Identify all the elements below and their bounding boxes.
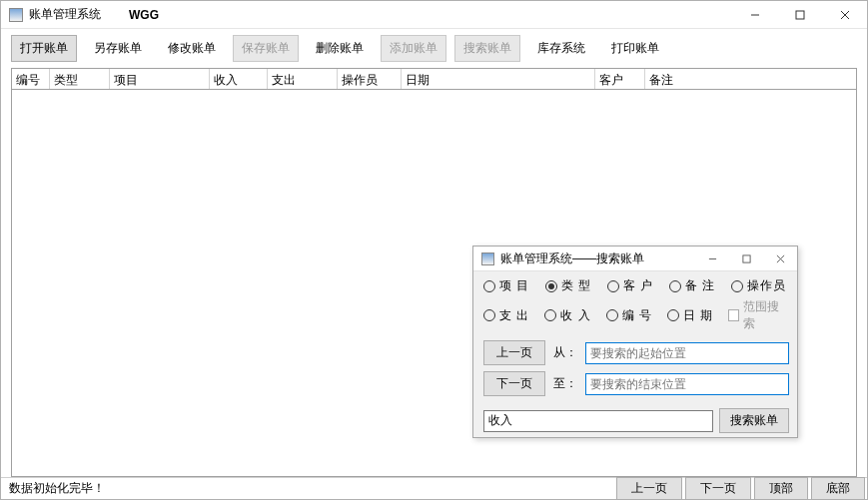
dialog-from-input[interactable] <box>585 342 789 364</box>
radio-income[interactable]: 收 入 <box>544 307 599 324</box>
open-button[interactable]: 打开账单 <box>11 35 77 62</box>
statusbar: 数据初始化完毕！ 上一页 下一页 顶部 底部 <box>1 477 867 499</box>
window-title: 账单管理系统 <box>29 6 101 23</box>
toolbar: 打开账单 另存账单 修改账单 保存账单 删除账单 添加账单 搜索账单 库存系统 … <box>1 29 867 68</box>
saveas-button[interactable]: 另存账单 <box>85 35 151 62</box>
radio-project[interactable]: 项 目 <box>483 277 539 294</box>
radio-no[interactable]: 编 号 <box>606 307 661 324</box>
table-header: 编号 类型 项目 收入 支出 操作员 日期 客户 备注 <box>11 68 857 90</box>
close-button[interactable] <box>822 2 867 28</box>
window-subtitle: WGG <box>129 8 159 22</box>
checkbox-range-search[interactable]: 范围搜索 <box>728 298 789 332</box>
dialog-bottom-row: 搜索账单 <box>473 406 797 441</box>
modify-button[interactable]: 修改账单 <box>159 35 225 62</box>
dialog-maximize-button[interactable] <box>729 247 763 270</box>
dialog-from-label: 从： <box>553 344 577 361</box>
svg-rect-5 <box>742 254 749 261</box>
dialog-title: 账单管理系统——搜索账单 <box>500 250 644 267</box>
app-icon <box>9 8 23 22</box>
dialog-to-label: 至： <box>553 375 577 392</box>
dialog-minimize-button[interactable] <box>695 247 729 270</box>
col-type[interactable]: 类型 <box>50 69 110 89</box>
dialog-titlebar: 账单管理系统——搜索账单 <box>473 247 797 271</box>
stock-button[interactable]: 库存系统 <box>528 35 594 62</box>
dialog-to-input[interactable] <box>585 373 789 395</box>
status-bottom-button[interactable]: 底部 <box>811 477 865 500</box>
radio-remark[interactable]: 备 注 <box>669 277 725 294</box>
titlebar: 账单管理系统 WGG <box>1 1 867 29</box>
col-operator[interactable]: 操作员 <box>338 69 402 89</box>
radio-date[interactable]: 日 期 <box>667 307 722 324</box>
search-radio-group: 项 目 类 型 客 户 备 注 操作员 支 出 收 入 编 号 日 期 范围搜索 <box>473 271 797 338</box>
col-customer[interactable]: 客户 <box>595 69 645 89</box>
radio-expense[interactable]: 支 出 <box>483 307 538 324</box>
col-date[interactable]: 日期 <box>402 69 595 89</box>
print-button[interactable]: 打印账单 <box>602 35 668 62</box>
col-item[interactable]: 项目 <box>110 69 210 89</box>
add-button: 添加账单 <box>381 35 446 62</box>
save-button: 保存账单 <box>233 35 299 62</box>
status-prev-button[interactable]: 上一页 <box>616 477 682 500</box>
col-income[interactable]: 收入 <box>210 69 268 89</box>
maximize-button[interactable] <box>777 2 822 28</box>
delete-button[interactable]: 删除账单 <box>307 35 373 62</box>
status-top-button[interactable]: 顶部 <box>754 477 808 500</box>
dialog-search-button[interactable]: 搜索账单 <box>719 408 789 433</box>
col-no[interactable]: 编号 <box>12 69 50 89</box>
radio-operator[interactable]: 操作员 <box>731 277 789 294</box>
col-remark[interactable]: 备注 <box>645 69 856 89</box>
dialog-query-input[interactable] <box>483 410 713 432</box>
dialog-prev-button[interactable]: 上一页 <box>483 340 545 365</box>
status-text: 数据初始化完毕！ <box>9 480 613 497</box>
dialog-close-button[interactable] <box>763 247 797 270</box>
search-button: 搜索账单 <box>454 35 520 62</box>
search-range-inputs: 上一页 从： 下一页 至： <box>473 338 797 406</box>
dialog-next-button[interactable]: 下一页 <box>483 371 545 396</box>
status-next-button[interactable]: 下一页 <box>685 477 751 500</box>
radio-type[interactable]: 类 型 <box>545 277 601 294</box>
search-dialog: 账单管理系统——搜索账单 项 目 类 型 客 户 备 注 操作员 支 出 收 入… <box>472 246 798 438</box>
svg-rect-1 <box>796 11 804 19</box>
minimize-button[interactable] <box>732 2 777 28</box>
dialog-app-icon <box>481 252 494 265</box>
col-expense[interactable]: 支出 <box>268 69 338 89</box>
radio-customer[interactable]: 客 户 <box>607 277 663 294</box>
main-window: 账单管理系统 WGG 打开账单 另存账单 修改账单 保存账单 删除账单 添加账单… <box>0 0 868 500</box>
